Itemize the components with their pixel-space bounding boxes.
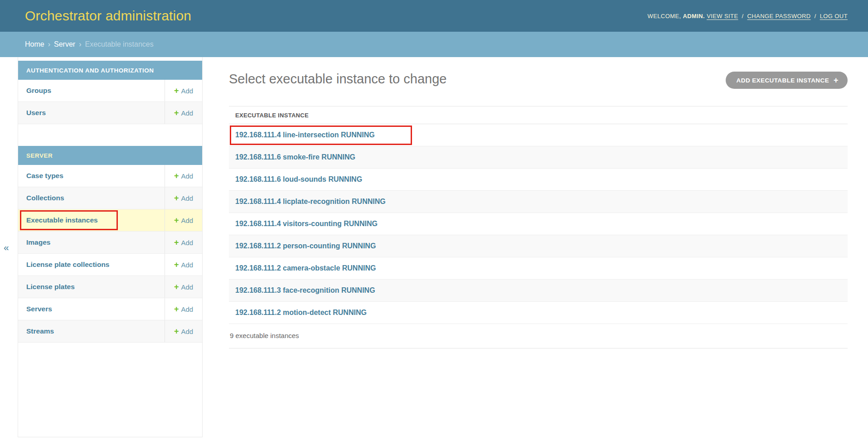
add-link-license-plate-collections[interactable]: +Add — [174, 261, 193, 269]
sidebar-item-servers: Servers+Add — [18, 298, 202, 320]
sidebar-item-license-plates: License plates+Add — [18, 276, 202, 298]
plus-icon: + — [174, 305, 179, 313]
breadcrumb-link-server[interactable]: Server — [54, 40, 75, 48]
add-cell: +Add — [165, 209, 202, 231]
collapse-sidebar-button[interactable]: « — [4, 242, 9, 253]
model-link-collections[interactable]: Collections — [26, 194, 64, 202]
main-content: Select executable instance to change ADD… — [203, 57, 868, 440]
model-link-case-types[interactable]: Case types — [26, 172, 63, 180]
add-label: Add — [181, 239, 193, 247]
instance-link-192-168-111-4-visitors-counting-running[interactable]: 192.168.111.4 visitors-counting RUNNING — [235, 220, 378, 228]
breadcrumb-current: Executable instances — [85, 40, 153, 48]
add-link-case-types[interactable]: +Add — [174, 172, 193, 180]
plus-icon: + — [174, 327, 179, 335]
add-link-users[interactable]: +Add — [174, 109, 193, 117]
add-button-label: ADD EXECUTABLE INSTANCE — [737, 77, 829, 84]
instance-link-192-168-111-4-licplate-recognition-running[interactable]: 192.168.111.4 licplate-recognition RUNNI… — [235, 198, 386, 206]
model-link-license-plates[interactable]: License plates — [26, 283, 75, 291]
add-link-license-plates[interactable]: +Add — [174, 283, 193, 291]
module-caption-auth: AUTHENTICATION AND AUTHORIZATION — [18, 61, 202, 80]
link-separator: / — [742, 13, 744, 19]
result-count: 9 executable instances — [229, 324, 848, 348]
model-link-groups[interactable]: Groups — [26, 87, 51, 95]
add-label: Add — [181, 328, 193, 335]
view-site-link[interactable]: VIEW SITE — [707, 13, 738, 19]
module-gap — [18, 124, 202, 146]
add-cell: +Add — [165, 165, 202, 187]
sidebar-item-groups: Groups+Add — [18, 80, 202, 102]
site-title-link[interactable]: Orchestrator administration — [25, 8, 191, 24]
username-text: ADMIN. — [683, 13, 705, 19]
model-link-servers[interactable]: Servers — [26, 305, 52, 313]
instance-row: 192.168.111.3 face-recognition RUNNING — [229, 280, 848, 302]
model-name-cell: Images — [18, 232, 165, 253]
instance-link-192-168-111-6-smoke-fire-running[interactable]: 192.168.111.6 smoke-fire RUNNING — [235, 153, 355, 161]
breadcrumb-separator: › — [79, 40, 81, 48]
breadcrumb-link-home[interactable]: Home — [25, 40, 44, 48]
instance-row: 192.168.111.6 loud-sounds RUNNING — [229, 169, 848, 191]
model-link-executable-instances[interactable]: Executable instances — [26, 216, 98, 224]
instance-link-192-168-111-4-line-intersection-running[interactable]: 192.168.111.4 line-intersection RUNNING — [235, 131, 375, 139]
welcome-text: WELCOME, — [648, 13, 681, 19]
instance-row: 192.168.111.2 person-counting RUNNING — [229, 235, 848, 257]
instance-row: 192.168.111.2 camera-obstacle RUNNING — [229, 257, 848, 280]
breadcrumb: Home › Server › Executable instances — [0, 32, 868, 57]
model-name-cell: Groups — [18, 80, 165, 102]
add-label: Add — [181, 172, 193, 180]
sidebar-item-streams: Streams+Add — [18, 320, 202, 343]
add-label: Add — [181, 109, 193, 117]
model-link-users[interactable]: Users — [26, 109, 46, 117]
breadcrumb-separator: › — [48, 40, 50, 48]
plus-icon: + — [174, 87, 179, 95]
add-cell: +Add — [165, 102, 202, 124]
logout-link[interactable]: LOG OUT — [820, 13, 848, 19]
instance-link-192-168-111-2-camera-obstacle-running[interactable]: 192.168.111.2 camera-obstacle RUNNING — [235, 264, 376, 272]
column-header-executable-instance[interactable]: EXECUTABLE INSTANCE — [229, 106, 848, 124]
add-link-servers[interactable]: +Add — [174, 305, 193, 313]
module-caption-server: SERVER — [18, 146, 202, 165]
model-link-streams[interactable]: Streams — [26, 327, 54, 335]
instance-row: 192.168.111.4 line-intersection RUNNING — [229, 124, 848, 146]
model-link-license-plate-collections[interactable]: License plate collections — [26, 261, 109, 269]
plus-icon: + — [174, 261, 179, 269]
add-link-streams[interactable]: +Add — [174, 327, 193, 335]
add-executable-instance-button[interactable]: ADD EXECUTABLE INSTANCE + — [726, 72, 848, 89]
plus-icon: + — [174, 109, 179, 117]
add-link-executable-instances[interactable]: +Add — [174, 216, 193, 224]
instance-link-192-168-111-3-face-recognition-running[interactable]: 192.168.111.3 face-recognition RUNNING — [235, 286, 375, 295]
plus-icon: + — [834, 76, 839, 85]
plus-icon: + — [174, 172, 179, 180]
model-link-images[interactable]: Images — [26, 238, 50, 247]
add-label: Add — [181, 305, 193, 313]
sidebar-item-license-plate-collections: License plate collections+Add — [18, 254, 202, 276]
instance-row: 192.168.111.6 smoke-fire RUNNING — [229, 146, 848, 169]
model-name-cell: License plates — [18, 276, 165, 298]
add-link-groups[interactable]: +Add — [174, 87, 193, 95]
add-label: Add — [181, 194, 193, 202]
module-items-server: Case types+AddCollections+AddExecutable … — [18, 165, 202, 343]
plus-icon: + — [174, 216, 179, 224]
instance-link-192-168-111-2-person-counting-running[interactable]: 192.168.111.2 person-counting RUNNING — [235, 242, 376, 250]
plus-icon: + — [174, 238, 179, 247]
plus-icon: + — [174, 194, 179, 202]
add-cell: +Add — [165, 187, 202, 209]
add-link-images[interactable]: +Add — [174, 238, 193, 247]
model-name-cell: License plate collections — [18, 254, 165, 276]
change-password-link[interactable]: CHANGE PASSWORD — [747, 13, 811, 19]
app-header: Orchestrator administration WELCOME, ADM… — [0, 0, 868, 32]
add-label: Add — [181, 87, 193, 95]
model-name-cell: Streams — [18, 320, 165, 342]
user-tools: WELCOME, ADMIN. VIEW SITE / CHANGE PASSW… — [648, 13, 848, 19]
sidebar-item-users: Users+Add — [18, 102, 202, 124]
instance-link-192-168-111-6-loud-sounds-running[interactable]: 192.168.111.6 loud-sounds RUNNING — [235, 175, 362, 184]
plus-icon: + — [174, 283, 179, 291]
add-cell: +Add — [165, 80, 202, 102]
link-separator: / — [815, 13, 816, 19]
instance-table: EXECUTABLE INSTANCE 192.168.111.4 line-i… — [229, 106, 848, 348]
sidebar-item-images: Images+Add — [18, 232, 202, 254]
sidebar-item-collections: Collections+Add — [18, 187, 202, 209]
instance-link-192-168-111-2-motion-detect-running[interactable]: 192.168.111.2 motion-detect RUNNING — [235, 309, 367, 317]
add-label: Add — [181, 261, 193, 269]
add-link-collections[interactable]: +Add — [174, 194, 193, 202]
main-layout: « AUTHENTICATION AND AUTHORIZATION Group… — [0, 57, 868, 440]
